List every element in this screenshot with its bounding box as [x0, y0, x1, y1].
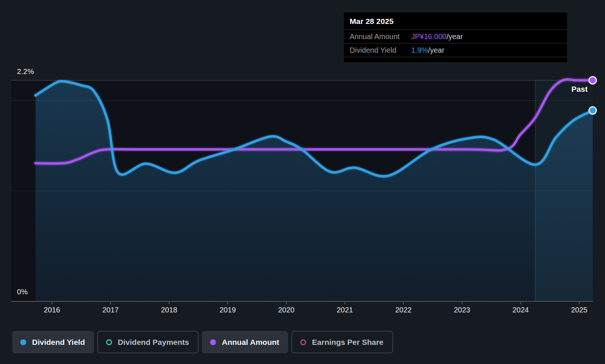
y-axis-label-zero: 0%	[17, 288, 28, 296]
legend-item-label: Earnings Per Share	[312, 338, 384, 347]
tooltip-label: Annual Amount	[350, 32, 411, 41]
x-tick-label-2016: 2016	[44, 306, 60, 314]
legend-item-dividend-yield[interactable]: Dividend Yield	[12, 331, 94, 353]
annual-amount-end-marker	[589, 77, 597, 84]
past-region-label: Past	[571, 85, 588, 94]
tooltip-row-annual-amount: Annual Amount JP¥16.000 /year	[344, 29, 567, 43]
dividend-yield-end-marker	[589, 107, 597, 114]
x-tick-label-2017: 2017	[102, 306, 119, 314]
x-tick-label-2025: 2025	[571, 306, 588, 314]
x-tick-label-2021: 2021	[337, 306, 353, 314]
legend-filled-dot-icon	[20, 339, 26, 345]
tooltip-row-dividend-yield: Dividend Yield 1.9% /year	[344, 43, 567, 57]
legend-hollow-dot-icon	[106, 339, 112, 345]
x-tick-label-2023: 2023	[454, 306, 471, 314]
legend-hollow-dot-icon	[300, 339, 306, 345]
tooltip-date: Mar 28 2025	[344, 13, 567, 29]
legend-item-label: Dividend Payments	[118, 338, 189, 347]
x-tick-label-2019: 2019	[220, 306, 236, 314]
x-tick-label-2022: 2022	[395, 306, 412, 314]
legend-item-label: Dividend Yield	[32, 338, 85, 347]
hover-tooltip: Mar 28 2025 Annual Amount JP¥16.000 /yea…	[344, 13, 567, 62]
legend-filled-dot-icon	[210, 339, 216, 345]
tooltip-suffix: /year	[447, 32, 463, 41]
x-tick-label-2018: 2018	[161, 306, 178, 314]
tooltip-label: Dividend Yield	[350, 46, 411, 55]
legend-item-dividend-payments[interactable]: Dividend Payments	[97, 331, 199, 353]
legend: Dividend YieldDividend PaymentsAnnual Am…	[12, 331, 393, 353]
tooltip-value-annual-amount: JP¥16.000	[411, 32, 447, 41]
legend-item-earnings-per-share[interactable]: Earnings Per Share	[291, 331, 393, 353]
x-tick-label-2020: 2020	[278, 306, 295, 314]
x-tick-label-2024: 2024	[513, 306, 529, 314]
tooltip-suffix: /year	[428, 46, 444, 55]
legend-item-label: Annual Amount	[222, 338, 279, 347]
dividend-history-chart: 2.2% 0% Past Mar 28 2025 Annual Amount J…	[0, 0, 605, 364]
legend-item-annual-amount[interactable]: Annual Amount	[202, 331, 288, 353]
y-axis-label-top: 2.2%	[17, 67, 34, 76]
tooltip-value-dividend-yield: 1.9%	[411, 46, 428, 55]
